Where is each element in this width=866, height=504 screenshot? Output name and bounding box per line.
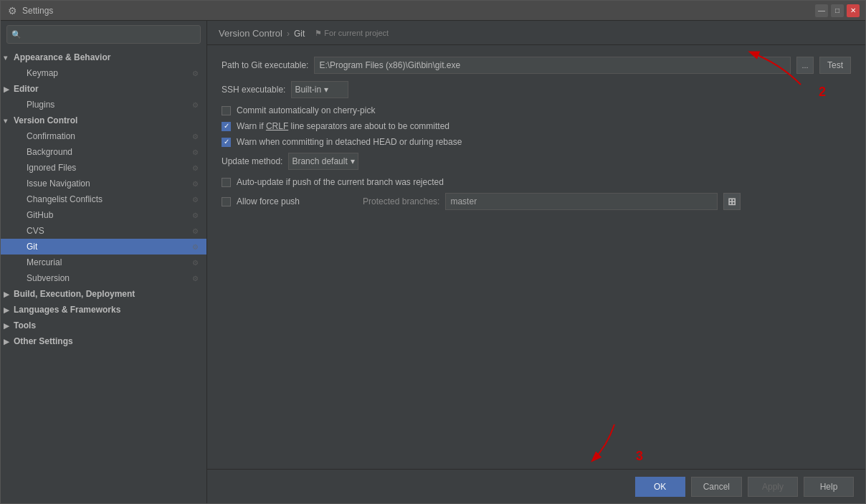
sidebar-item-label: Plugins — [27, 100, 189, 110]
add-protected-branch-button[interactable]: ⊞ — [723, 193, 741, 210]
checkbox-cherry-pick-label: Commit automatically on cherry-pick — [237, 105, 375, 115]
protected-branches-label: Protected branches: — [363, 196, 439, 206]
sidebar-item-keymap[interactable]: Keymap ⚙ — [1, 65, 206, 81]
main-header: Version Control › Git ⚑ For current proj… — [207, 21, 865, 45]
settings-icon: ⚙ — [189, 194, 201, 205]
sidebar-item-label: Build, Execution, Deployment — [14, 289, 135, 299]
sidebar-item-languages[interactable]: ▶ Languages & Frameworks — [1, 302, 206, 318]
checkbox-detached-row: Warn when committing in detached HEAD or… — [222, 137, 851, 147]
checkbox-detached-label: Warn when committing in detached HEAD or… — [237, 137, 462, 147]
update-method-value: Branch default — [292, 156, 347, 166]
sidebar-item-mercurial[interactable]: Mercurial ⚙ — [1, 255, 206, 270]
git-path-input[interactable] — [314, 57, 791, 74]
title-bar: ⚙ Settings — □ ✕ — [1, 1, 865, 21]
arrow-icon: ▶ — [4, 338, 14, 346]
for-project-label: ⚑ For current project — [315, 29, 389, 38]
sidebar-item-subversion[interactable]: Subversion ⚙ — [1, 270, 206, 286]
settings-icon: ⚙ — [189, 225, 201, 237]
settings-panel: 1 Path to Git executable: ... Test SSH e… — [207, 45, 865, 469]
dropdown-arrow-icon: ▾ — [324, 85, 328, 95]
update-method-dropdown[interactable]: Branch default ▾ — [288, 153, 358, 170]
sidebar-item-label: Appearance & Behavior — [14, 52, 110, 62]
arrow-icon: ▾ — [4, 54, 14, 62]
update-method-row: Update method: Branch default ▾ — [222, 153, 851, 170]
sidebar-item-github[interactable]: GitHub ⚙ — [1, 207, 206, 223]
sidebar-item-ignored-files[interactable]: Ignored Files ⚙ — [1, 160, 206, 176]
settings-icon: ⚙ — [189, 178, 201, 189]
sidebar-item-issue-navigation[interactable]: Issue Navigation ⚙ — [1, 176, 206, 191]
maximize-button[interactable]: □ — [831, 4, 844, 17]
settings-icon: ⚙ — [189, 162, 201, 173]
sidebar-item-background[interactable]: Background ⚙ — [1, 144, 206, 160]
arrow-icon: ▾ — [4, 117, 14, 125]
browse-button[interactable]: ... — [796, 57, 814, 74]
ssh-dropdown[interactable]: Built-in ▾ — [291, 81, 348, 98]
sidebar-item-label: CVS — [27, 226, 189, 236]
sidebar-item-appearance[interactable]: ▾ Appearance & Behavior — [1, 49, 206, 65]
sidebar-item-label: Subversion — [27, 273, 189, 283]
sidebar-item-confirmation[interactable]: Confirmation ⚙ — [1, 128, 206, 144]
test-button[interactable]: Test — [819, 57, 851, 74]
main-content: Version Control › Git ⚑ For current proj… — [207, 21, 865, 503]
cancel-button[interactable]: Cancel — [691, 477, 742, 497]
sidebar-item-label: Version Control — [14, 115, 77, 125]
settings-icon: ⚙ — [189, 241, 201, 252]
protected-branches-input[interactable] — [445, 193, 718, 210]
breadcrumb-current: Git — [294, 29, 305, 39]
apply-button[interactable]: Apply — [748, 477, 798, 497]
dropdown-arrow-icon: ▾ — [351, 156, 355, 166]
sidebar-item-tools[interactable]: ▶ Tools — [1, 318, 206, 333]
window-title: Settings — [22, 6, 815, 16]
checkbox-detached[interactable] — [222, 138, 231, 147]
content-area: 🔍 ▾ Appearance & Behavior Keymap ⚙ ▶ — [1, 21, 865, 503]
app-icon: ⚙ — [6, 5, 18, 16]
sidebar-item-other[interactable]: ▶ Other Settings — [1, 333, 206, 349]
settings-icon: ⚙ — [189, 146, 201, 158]
sidebar-item-label: Other Settings — [14, 336, 73, 346]
settings-icon: ⚙ — [189, 99, 201, 110]
checkbox-force-push[interactable] — [222, 197, 231, 206]
ok-button[interactable]: OK — [635, 477, 685, 497]
settings-icon: ⚙ — [189, 257, 201, 268]
sidebar: 🔍 ▾ Appearance & Behavior Keymap ⚙ ▶ — [1, 21, 207, 503]
git-path-row: Path to Git executable: ... Test — [222, 57, 851, 74]
search-box[interactable]: 🔍 — [6, 25, 201, 44]
bottom-bar: 3 OK Cancel Apply Help — [207, 469, 865, 503]
help-button[interactable]: Help — [804, 477, 854, 497]
checkbox-autoupdate-row: Auto-update if push of the current branc… — [222, 177, 851, 187]
search-input[interactable] — [24, 29, 196, 39]
arrow-icon: ▶ — [4, 306, 14, 314]
minimize-button[interactable]: — — [815, 4, 828, 17]
checkbox-crlf-label: Warn if CRLF line separators are about t… — [237, 121, 449, 131]
settings-icon: ⚙ — [189, 130, 201, 142]
sidebar-item-build[interactable]: ▶ Build, Execution, Deployment — [1, 286, 206, 302]
window-controls: — □ ✕ — [815, 4, 860, 17]
ssh-value: Built-in — [295, 85, 321, 95]
sidebar-item-label: Editor — [14, 84, 39, 94]
sidebar-item-label: Changelist Conflicts — [27, 194, 189, 204]
sidebar-item-changelist-conflicts[interactable]: Changelist Conflicts ⚙ — [1, 191, 206, 207]
checkbox-autoupdate[interactable] — [222, 178, 231, 187]
breadcrumb-parent: Version Control — [219, 28, 282, 39]
sidebar-item-label: Ignored Files — [27, 163, 189, 173]
force-push-row: Allow force push Protected branches: ⊞ — [222, 193, 851, 210]
sidebar-item-editor[interactable]: ▶ Editor — [1, 81, 206, 97]
sidebar-item-label: GitHub — [27, 210, 189, 220]
sidebar-tree: ▾ Appearance & Behavior Keymap ⚙ ▶ Edito… — [1, 48, 206, 503]
sidebar-item-label: Keymap — [27, 68, 189, 78]
sidebar-item-git[interactable]: Git ⚙ — [1, 239, 206, 255]
ssh-row: SSH executable: Built-in ▾ — [222, 81, 851, 98]
sidebar-item-plugins[interactable]: Plugins ⚙ — [1, 97, 206, 113]
sidebar-item-label: Background — [27, 147, 189, 157]
sidebar-item-label: Confirmation — [27, 131, 189, 141]
checkbox-cherry-pick[interactable] — [222, 106, 231, 115]
settings-icon: ⚙ — [189, 67, 201, 79]
close-button[interactable]: ✕ — [847, 4, 860, 17]
checkbox-cherry-pick-row: Commit automatically on cherry-pick — [222, 105, 851, 115]
settings-icon: ⚙ — [189, 272, 201, 284]
sidebar-item-label: Git — [27, 242, 189, 252]
sidebar-item-label: Issue Navigation — [27, 179, 189, 189]
sidebar-item-vcs[interactable]: ▾ Version Control — [1, 113, 206, 128]
sidebar-item-cvs[interactable]: CVS ⚙ — [1, 223, 206, 239]
checkbox-crlf[interactable] — [222, 122, 231, 131]
